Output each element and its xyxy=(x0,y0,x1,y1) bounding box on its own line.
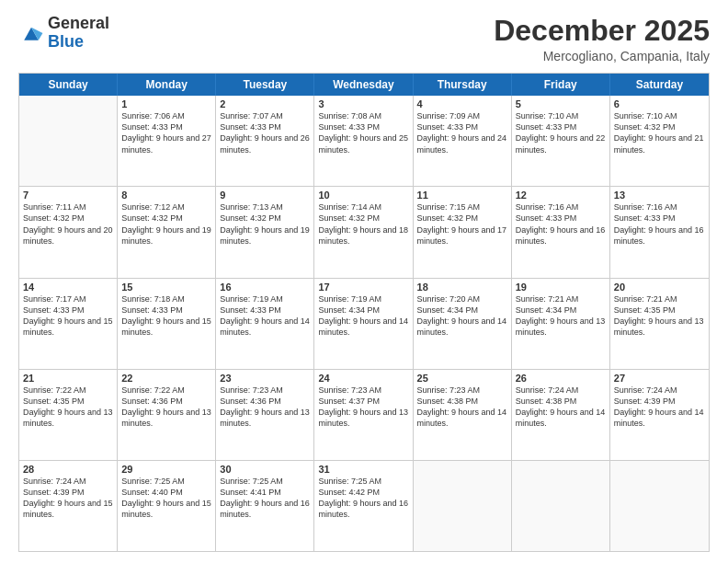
cal-cell: 6Sunrise: 7:10 AM Sunset: 4:32 PM Daylig… xyxy=(610,96,709,186)
cal-cell: 22Sunrise: 7:22 AM Sunset: 4:36 PM Dayli… xyxy=(118,370,216,460)
cal-cell: 23Sunrise: 7:23 AM Sunset: 4:36 PM Dayli… xyxy=(216,370,314,460)
cal-row-4: 21Sunrise: 7:22 AM Sunset: 4:35 PM Dayli… xyxy=(19,370,709,461)
day-number: 7 xyxy=(23,190,113,201)
day-number: 28 xyxy=(23,464,113,475)
day-number: 16 xyxy=(220,282,310,293)
cell-text: Sunrise: 7:12 AM Sunset: 4:32 PM Dayligh… xyxy=(121,201,211,247)
cell-text: Sunrise: 7:24 AM Sunset: 4:39 PM Dayligh… xyxy=(23,476,113,521)
day-number: 24 xyxy=(318,373,408,384)
day-number: 18 xyxy=(417,282,507,293)
cell-text: Sunrise: 7:24 AM Sunset: 4:38 PM Dayligh… xyxy=(516,385,606,430)
cal-cell: 12Sunrise: 7:16 AM Sunset: 4:33 PM Dayli… xyxy=(512,187,610,277)
cal-cell: 25Sunrise: 7:23 AM Sunset: 4:38 PM Dayli… xyxy=(414,370,512,460)
cal-row-3: 14Sunrise: 7:17 AM Sunset: 4:33 PM Dayli… xyxy=(19,279,709,370)
day-number: 13 xyxy=(614,190,705,201)
logo-icon xyxy=(18,20,44,46)
cal-row-1: 1Sunrise: 7:06 AM Sunset: 4:33 PM Daylig… xyxy=(19,96,709,187)
cell-text: Sunrise: 7:22 AM Sunset: 4:36 PM Dayligh… xyxy=(121,385,211,430)
cal-cell: 18Sunrise: 7:20 AM Sunset: 4:34 PM Dayli… xyxy=(414,279,512,369)
cal-cell xyxy=(19,96,118,186)
cal-cell: 16Sunrise: 7:19 AM Sunset: 4:33 PM Dayli… xyxy=(216,279,314,369)
cell-text: Sunrise: 7:06 AM Sunset: 4:33 PM Dayligh… xyxy=(121,110,211,155)
cal-row-5: 28Sunrise: 7:24 AM Sunset: 4:39 PM Dayli… xyxy=(19,461,709,551)
cal-cell xyxy=(414,461,512,551)
day-number: 1 xyxy=(121,98,211,109)
cal-cell: 10Sunrise: 7:14 AM Sunset: 4:32 PM Dayli… xyxy=(314,187,413,277)
cell-text: Sunrise: 7:23 AM Sunset: 4:37 PM Dayligh… xyxy=(318,385,408,430)
day-number: 26 xyxy=(516,373,606,384)
cell-text: Sunrise: 7:21 AM Sunset: 4:34 PM Dayligh… xyxy=(516,293,606,339)
cell-text: Sunrise: 7:15 AM Sunset: 4:32 PM Dayligh… xyxy=(417,201,507,247)
day-number: 31 xyxy=(318,464,408,475)
cell-text: Sunrise: 7:16 AM Sunset: 4:33 PM Dayligh… xyxy=(614,201,705,247)
day-number: 23 xyxy=(220,373,310,384)
title-block: December 2025 Mercogliano, Campania, Ita… xyxy=(494,15,710,63)
cell-text: Sunrise: 7:10 AM Sunset: 4:32 PM Dayligh… xyxy=(614,110,705,155)
cal-cell: 9Sunrise: 7:13 AM Sunset: 4:32 PM Daylig… xyxy=(216,187,314,277)
cell-text: Sunrise: 7:09 AM Sunset: 4:33 PM Dayligh… xyxy=(417,110,507,155)
day-number: 12 xyxy=(516,190,606,201)
logo: General Blue xyxy=(18,15,109,52)
weekday-tuesday: Tuesday xyxy=(216,74,314,96)
cal-cell: 2Sunrise: 7:07 AM Sunset: 4:33 PM Daylig… xyxy=(216,96,314,186)
cal-row-2: 7Sunrise: 7:11 AM Sunset: 4:32 PM Daylig… xyxy=(19,187,709,278)
calendar-body: 1Sunrise: 7:06 AM Sunset: 4:33 PM Daylig… xyxy=(19,96,709,551)
cell-text: Sunrise: 7:08 AM Sunset: 4:33 PM Dayligh… xyxy=(318,110,408,155)
cell-text: Sunrise: 7:25 AM Sunset: 4:41 PM Dayligh… xyxy=(220,476,310,521)
day-number: 30 xyxy=(220,464,310,475)
weekday-monday: Monday xyxy=(118,74,216,96)
location: Mercogliano, Campania, Italy xyxy=(494,49,710,63)
day-number: 25 xyxy=(417,373,507,384)
day-number: 14 xyxy=(23,282,113,293)
cal-cell: 29Sunrise: 7:25 AM Sunset: 4:40 PM Dayli… xyxy=(118,461,216,551)
cal-cell: 28Sunrise: 7:24 AM Sunset: 4:39 PM Dayli… xyxy=(19,461,118,551)
logo-blue: Blue xyxy=(48,33,109,52)
cal-cell: 27Sunrise: 7:24 AM Sunset: 4:39 PM Dayli… xyxy=(610,370,709,460)
cell-text: Sunrise: 7:25 AM Sunset: 4:42 PM Dayligh… xyxy=(318,476,408,521)
cell-text: Sunrise: 7:23 AM Sunset: 4:36 PM Dayligh… xyxy=(220,385,310,430)
cell-text: Sunrise: 7:10 AM Sunset: 4:33 PM Dayligh… xyxy=(516,110,606,155)
day-number: 11 xyxy=(417,190,507,201)
cell-text: Sunrise: 7:25 AM Sunset: 4:40 PM Dayligh… xyxy=(121,476,211,521)
cal-cell: 7Sunrise: 7:11 AM Sunset: 4:32 PM Daylig… xyxy=(19,187,118,277)
logo-text: General Blue xyxy=(48,15,109,52)
day-number: 21 xyxy=(23,373,113,384)
cal-cell: 4Sunrise: 7:09 AM Sunset: 4:33 PM Daylig… xyxy=(414,96,512,186)
weekday-sunday: Sunday xyxy=(19,74,118,96)
day-number: 6 xyxy=(614,98,705,109)
cal-cell: 14Sunrise: 7:17 AM Sunset: 4:33 PM Dayli… xyxy=(19,279,118,369)
cal-cell: 24Sunrise: 7:23 AM Sunset: 4:37 PM Dayli… xyxy=(314,370,413,460)
cal-cell: 15Sunrise: 7:18 AM Sunset: 4:33 PM Dayli… xyxy=(118,279,216,369)
day-number: 5 xyxy=(516,98,606,109)
cal-cell: 1Sunrise: 7:06 AM Sunset: 4:33 PM Daylig… xyxy=(118,96,216,186)
cell-text: Sunrise: 7:16 AM Sunset: 4:33 PM Dayligh… xyxy=(516,201,606,247)
weekday-wednesday: Wednesday xyxy=(314,74,413,96)
day-number: 29 xyxy=(121,464,211,475)
cal-cell: 17Sunrise: 7:19 AM Sunset: 4:34 PM Dayli… xyxy=(314,279,413,369)
cal-cell: 19Sunrise: 7:21 AM Sunset: 4:34 PM Dayli… xyxy=(512,279,610,369)
cal-cell: 11Sunrise: 7:15 AM Sunset: 4:32 PM Dayli… xyxy=(414,187,512,277)
cal-cell: 21Sunrise: 7:22 AM Sunset: 4:35 PM Dayli… xyxy=(19,370,118,460)
cell-text: Sunrise: 7:19 AM Sunset: 4:34 PM Dayligh… xyxy=(318,293,408,339)
weekday-saturday: Saturday xyxy=(610,74,709,96)
cell-text: Sunrise: 7:14 AM Sunset: 4:32 PM Dayligh… xyxy=(318,201,408,247)
cal-cell: 3Sunrise: 7:08 AM Sunset: 4:33 PM Daylig… xyxy=(314,96,413,186)
cal-cell: 8Sunrise: 7:12 AM Sunset: 4:32 PM Daylig… xyxy=(118,187,216,277)
cell-text: Sunrise: 7:19 AM Sunset: 4:33 PM Dayligh… xyxy=(220,293,310,339)
day-number: 15 xyxy=(121,282,211,293)
logo-general: General xyxy=(48,15,109,33)
cell-text: Sunrise: 7:22 AM Sunset: 4:35 PM Dayligh… xyxy=(23,385,113,430)
cell-text: Sunrise: 7:24 AM Sunset: 4:39 PM Dayligh… xyxy=(614,385,705,430)
cal-cell: 31Sunrise: 7:25 AM Sunset: 4:42 PM Dayli… xyxy=(314,461,413,551)
cal-cell: 20Sunrise: 7:21 AM Sunset: 4:35 PM Dayli… xyxy=(610,279,709,369)
cell-text: Sunrise: 7:18 AM Sunset: 4:33 PM Dayligh… xyxy=(121,293,211,339)
day-number: 9 xyxy=(220,190,310,201)
day-number: 10 xyxy=(318,190,408,201)
calendar: SundayMondayTuesdayWednesdayThursdayFrid… xyxy=(18,73,710,552)
day-number: 8 xyxy=(121,190,211,201)
weekday-thursday: Thursday xyxy=(414,74,512,96)
day-number: 3 xyxy=(318,98,408,109)
cal-cell: 26Sunrise: 7:24 AM Sunset: 4:38 PM Dayli… xyxy=(512,370,610,460)
day-number: 2 xyxy=(220,98,310,109)
cell-text: Sunrise: 7:07 AM Sunset: 4:33 PM Dayligh… xyxy=(220,110,310,155)
